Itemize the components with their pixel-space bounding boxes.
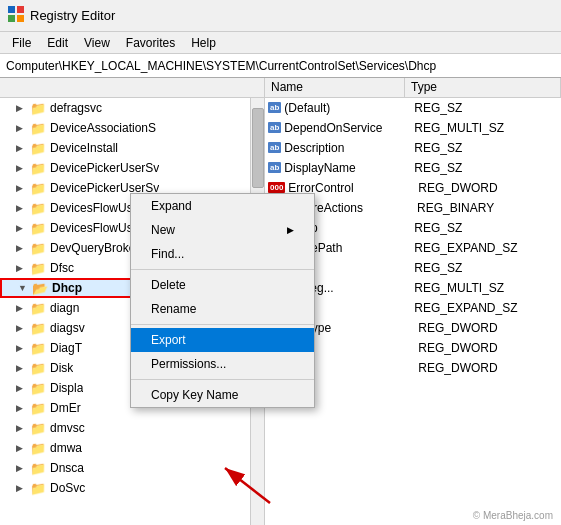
val-type: REG_SZ [414,261,561,275]
ctx-copy-key-name[interactable]: Copy Key Name [131,383,314,407]
folder-icon: 📁 [30,181,46,195]
val-name: Description [284,141,414,155]
tree-panel-header [0,78,264,98]
ab-icon: ab [268,142,281,153]
ab-icon: ab [268,122,281,133]
tree-item-devicepicker1[interactable]: ▶ 📁 DevicePickerUserSv [0,158,264,178]
title-bar: Registry Editor [0,0,561,32]
tree-item-label: DeviceAssociationS [50,121,156,135]
val-type: REG_DWORD [418,181,561,195]
value-row-displayname[interactable]: ab DisplayName REG_SZ [265,158,561,178]
folder-icon: 📁 [30,201,46,215]
tree-arrow: ▼ [18,283,30,293]
ctx-new-label: New [151,223,175,237]
val-name: DependOnService [284,121,414,135]
value-row-dependonservice[interactable]: ab DependOnService REG_MULTI_SZ [265,118,561,138]
ctx-rename-label: Rename [151,302,196,316]
scrollbar-thumb[interactable] [252,108,264,188]
val-type: REG_EXPAND_SZ [414,241,561,255]
tree-item-dmvsc[interactable]: ▶ 📁 dmvsc [0,418,264,438]
folder-icon: 📁 [30,241,46,255]
val-type: REG_SZ [414,161,561,175]
ctx-expand-label: Expand [151,199,192,213]
ctx-rename[interactable]: Rename [131,297,314,321]
folder-icon: 📁 [30,441,46,455]
ctx-export-label: Export [151,333,186,347]
tree-item-dosvc[interactable]: ▶ 📁 DoSvc [0,478,264,498]
ctx-expand[interactable]: Expand [131,194,314,218]
val-name: (Default) [284,101,414,115]
col-header-name: Name [265,78,405,97]
tree-item-label: DiagT [50,341,82,355]
val-type: REG_MULTI_SZ [414,281,561,295]
folder-icon: 📁 [30,341,46,355]
svg-rect-0 [8,6,15,13]
dword-icon: 000 [268,182,285,193]
folder-icon: 📁 [30,141,46,155]
ctx-find-label: Find... [151,247,184,261]
folder-icon: 📁 [30,121,46,135]
val-type: REG_SZ [414,141,561,155]
tree-item-deviceinstall[interactable]: ▶ 📁 DeviceInstall [0,138,264,158]
tree-arrow: ▶ [16,403,28,413]
tree-item-label: DevicePickerUserSv [50,161,159,175]
ctx-delete[interactable]: Delete [131,273,314,297]
menu-help[interactable]: Help [183,34,224,52]
menu-edit[interactable]: Edit [39,34,76,52]
val-name: DisplayName [284,161,414,175]
title-bar-icon [8,6,24,25]
ctx-permissions[interactable]: Permissions... [131,352,314,376]
ab-icon: ab [268,102,281,113]
tree-item-dnsca[interactable]: ▶ 📁 Dnsca [0,458,264,478]
tree-item-label: diagsv [50,321,85,335]
tree-arrow: ▶ [16,243,28,253]
folder-icon: 📁 [30,461,46,475]
menu-file[interactable]: File [4,34,39,52]
menu-bar: File Edit View Favorites Help [0,32,561,54]
value-row-description[interactable]: ab Description REG_SZ [265,138,561,158]
ctx-separator-3 [131,379,314,380]
tree-arrow: ▶ [16,143,28,153]
tree-arrow: ▶ [16,383,28,393]
val-type: REG_MULTI_SZ [414,121,561,135]
ctx-new-arrow: ▶ [287,225,294,235]
val-type: REG_DWORD [418,321,561,335]
col-header-type: Type [405,78,561,97]
ctx-copy-key-name-label: Copy Key Name [151,388,238,402]
val-type: REG_DWORD [418,341,561,355]
ctx-export[interactable]: Export [131,328,314,352]
ctx-delete-label: Delete [151,278,186,292]
ctx-new[interactable]: New ▶ [131,218,314,242]
tree-item-label: diagn [50,301,79,315]
folder-icon: 📁 [30,321,46,335]
menu-favorites[interactable]: Favorites [118,34,183,52]
folder-icon: 📁 [30,481,46,495]
tree-arrow: ▶ [16,443,28,453]
menu-view[interactable]: View [76,34,118,52]
folder-icon: 📁 [30,421,46,435]
value-row-default[interactable]: ab (Default) REG_SZ [265,98,561,118]
tree-arrow: ▶ [16,183,28,193]
tree-arrow: ▶ [16,203,28,213]
tree-item-defragsvc[interactable]: ▶ 📁 defragsvc [0,98,264,118]
values-header: Name Type [265,78,561,98]
folder-icon: 📁 [30,401,46,415]
svg-rect-2 [8,15,15,22]
watermark: © MeraBheja.com [473,510,553,521]
tree-item-label: Disk [50,361,73,375]
folder-icon: 📁 [30,161,46,175]
tree-arrow: ▶ [16,363,28,373]
folder-icon: 📁 [30,381,46,395]
ctx-permissions-label: Permissions... [151,357,226,371]
ctx-find[interactable]: Find... [131,242,314,266]
tree-item-label: Dfsc [50,261,74,275]
val-type: REG_SZ [414,101,561,115]
tree-item-dmwa[interactable]: ▶ 📁 dmwa [0,438,264,458]
val-type: REG_BINARY [417,201,561,215]
tree-item-deviceassociation[interactable]: ▶ 📁 DeviceAssociationS [0,118,264,138]
context-menu: Expand New ▶ Find... Delete Rename Expor… [130,193,315,408]
val-type: REG_DWORD [418,361,561,375]
tree-item-label: dmwa [50,441,82,455]
tree-arrow: ▶ [16,463,28,473]
svg-rect-1 [17,6,24,13]
